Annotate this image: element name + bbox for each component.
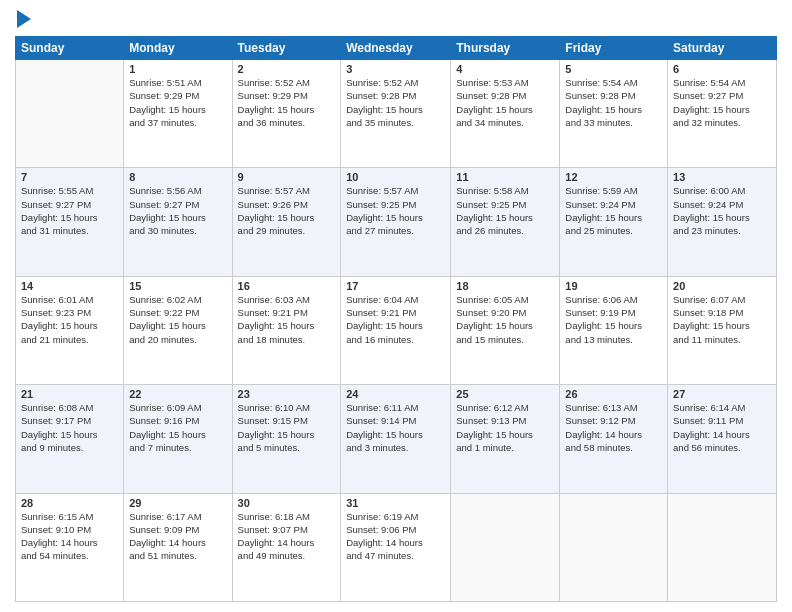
day-info: Sunrise: 6:06 AMSunset: 9:19 PMDaylight:… xyxy=(565,293,662,346)
daylight-text: Daylight: 15 hours and 23 minutes. xyxy=(673,211,771,238)
daylight-text: Daylight: 14 hours and 51 minutes. xyxy=(129,536,226,563)
sunrise-text: Sunrise: 6:11 AM xyxy=(346,401,445,414)
daylight-text: Daylight: 15 hours and 31 minutes. xyxy=(21,211,118,238)
col-header-wednesday: Wednesday xyxy=(341,37,451,60)
logo xyxy=(15,10,31,28)
day-number: 4 xyxy=(456,63,554,75)
col-header-tuesday: Tuesday xyxy=(232,37,341,60)
day-number: 24 xyxy=(346,388,445,400)
day-info: Sunrise: 5:54 AMSunset: 9:27 PMDaylight:… xyxy=(673,76,771,129)
day-number: 26 xyxy=(565,388,662,400)
sunrise-text: Sunrise: 6:07 AM xyxy=(673,293,771,306)
sunrise-text: Sunrise: 6:14 AM xyxy=(673,401,771,414)
logo-arrow-icon xyxy=(17,10,31,28)
sunset-text: Sunset: 9:10 PM xyxy=(21,523,118,536)
sunset-text: Sunset: 9:29 PM xyxy=(238,89,336,102)
calendar-cell: 10Sunrise: 5:57 AMSunset: 9:25 PMDayligh… xyxy=(341,168,451,276)
day-info: Sunrise: 6:03 AMSunset: 9:21 PMDaylight:… xyxy=(238,293,336,346)
sunrise-text: Sunrise: 6:05 AM xyxy=(456,293,554,306)
sunrise-text: Sunrise: 6:10 AM xyxy=(238,401,336,414)
sunset-text: Sunset: 9:13 PM xyxy=(456,414,554,427)
calendar-week-row: 1Sunrise: 5:51 AMSunset: 9:29 PMDaylight… xyxy=(16,60,777,168)
calendar-cell: 30Sunrise: 6:18 AMSunset: 9:07 PMDayligh… xyxy=(232,493,341,601)
daylight-text: Daylight: 15 hours and 11 minutes. xyxy=(673,319,771,346)
sunset-text: Sunset: 9:26 PM xyxy=(238,198,336,211)
daylight-text: Daylight: 15 hours and 30 minutes. xyxy=(129,211,226,238)
sunrise-text: Sunrise: 5:52 AM xyxy=(346,76,445,89)
calendar-week-row: 14Sunrise: 6:01 AMSunset: 9:23 PMDayligh… xyxy=(16,276,777,384)
daylight-text: Daylight: 15 hours and 27 minutes. xyxy=(346,211,445,238)
calendar-week-row: 7Sunrise: 5:55 AMSunset: 9:27 PMDaylight… xyxy=(16,168,777,276)
calendar-cell: 29Sunrise: 6:17 AMSunset: 9:09 PMDayligh… xyxy=(124,493,232,601)
sunrise-text: Sunrise: 6:02 AM xyxy=(129,293,226,306)
calendar-header-row: SundayMondayTuesdayWednesdayThursdayFrid… xyxy=(16,37,777,60)
sunset-text: Sunset: 9:17 PM xyxy=(21,414,118,427)
sunrise-text: Sunrise: 5:51 AM xyxy=(129,76,226,89)
daylight-text: Daylight: 15 hours and 7 minutes. xyxy=(129,428,226,455)
day-number: 8 xyxy=(129,171,226,183)
calendar-cell: 17Sunrise: 6:04 AMSunset: 9:21 PMDayligh… xyxy=(341,276,451,384)
calendar-cell: 21Sunrise: 6:08 AMSunset: 9:17 PMDayligh… xyxy=(16,385,124,493)
day-number: 29 xyxy=(129,497,226,509)
sunset-text: Sunset: 9:27 PM xyxy=(129,198,226,211)
logo-top xyxy=(15,10,31,28)
sunset-text: Sunset: 9:24 PM xyxy=(673,198,771,211)
daylight-text: Daylight: 15 hours and 35 minutes. xyxy=(346,103,445,130)
page-container: SundayMondayTuesdayWednesdayThursdayFrid… xyxy=(0,0,792,612)
day-info: Sunrise: 6:02 AMSunset: 9:22 PMDaylight:… xyxy=(129,293,226,346)
day-info: Sunrise: 6:07 AMSunset: 9:18 PMDaylight:… xyxy=(673,293,771,346)
day-number: 25 xyxy=(456,388,554,400)
day-number: 31 xyxy=(346,497,445,509)
calendar-cell: 4Sunrise: 5:53 AMSunset: 9:28 PMDaylight… xyxy=(451,60,560,168)
sunset-text: Sunset: 9:07 PM xyxy=(238,523,336,536)
day-info: Sunrise: 6:00 AMSunset: 9:24 PMDaylight:… xyxy=(673,184,771,237)
day-info: Sunrise: 5:57 AMSunset: 9:26 PMDaylight:… xyxy=(238,184,336,237)
sunrise-text: Sunrise: 5:59 AM xyxy=(565,184,662,197)
calendar-cell: 6Sunrise: 5:54 AMSunset: 9:27 PMDaylight… xyxy=(668,60,777,168)
day-info: Sunrise: 5:58 AMSunset: 9:25 PMDaylight:… xyxy=(456,184,554,237)
day-info: Sunrise: 5:59 AMSunset: 9:24 PMDaylight:… xyxy=(565,184,662,237)
sunrise-text: Sunrise: 5:54 AM xyxy=(673,76,771,89)
daylight-text: Daylight: 15 hours and 32 minutes. xyxy=(673,103,771,130)
calendar-cell: 26Sunrise: 6:13 AMSunset: 9:12 PMDayligh… xyxy=(560,385,668,493)
day-info: Sunrise: 6:15 AMSunset: 9:10 PMDaylight:… xyxy=(21,510,118,563)
daylight-text: Daylight: 15 hours and 5 minutes. xyxy=(238,428,336,455)
sunset-text: Sunset: 9:24 PM xyxy=(565,198,662,211)
sunrise-text: Sunrise: 6:12 AM xyxy=(456,401,554,414)
sunset-text: Sunset: 9:18 PM xyxy=(673,306,771,319)
day-info: Sunrise: 5:55 AMSunset: 9:27 PMDaylight:… xyxy=(21,184,118,237)
daylight-text: Daylight: 15 hours and 9 minutes. xyxy=(21,428,118,455)
day-info: Sunrise: 5:51 AMSunset: 9:29 PMDaylight:… xyxy=(129,76,226,129)
day-number: 23 xyxy=(238,388,336,400)
day-info: Sunrise: 5:57 AMSunset: 9:25 PMDaylight:… xyxy=(346,184,445,237)
sunset-text: Sunset: 9:28 PM xyxy=(346,89,445,102)
day-number: 17 xyxy=(346,280,445,292)
sunrise-text: Sunrise: 5:58 AM xyxy=(456,184,554,197)
calendar-week-row: 21Sunrise: 6:08 AMSunset: 9:17 PMDayligh… xyxy=(16,385,777,493)
daylight-text: Daylight: 15 hours and 26 minutes. xyxy=(456,211,554,238)
day-number: 10 xyxy=(346,171,445,183)
calendar-cell: 5Sunrise: 5:54 AMSunset: 9:28 PMDaylight… xyxy=(560,60,668,168)
sunrise-text: Sunrise: 6:08 AM xyxy=(21,401,118,414)
day-number: 5 xyxy=(565,63,662,75)
col-header-thursday: Thursday xyxy=(451,37,560,60)
calendar-cell: 3Sunrise: 5:52 AMSunset: 9:28 PMDaylight… xyxy=(341,60,451,168)
day-number: 9 xyxy=(238,171,336,183)
calendar-cell: 16Sunrise: 6:03 AMSunset: 9:21 PMDayligh… xyxy=(232,276,341,384)
calendar-week-row: 28Sunrise: 6:15 AMSunset: 9:10 PMDayligh… xyxy=(16,493,777,601)
sunrise-text: Sunrise: 6:13 AM xyxy=(565,401,662,414)
daylight-text: Daylight: 14 hours and 54 minutes. xyxy=(21,536,118,563)
sunrise-text: Sunrise: 6:15 AM xyxy=(21,510,118,523)
sunrise-text: Sunrise: 5:54 AM xyxy=(565,76,662,89)
day-number: 28 xyxy=(21,497,118,509)
day-number: 11 xyxy=(456,171,554,183)
calendar-cell: 14Sunrise: 6:01 AMSunset: 9:23 PMDayligh… xyxy=(16,276,124,384)
calendar-cell: 12Sunrise: 5:59 AMSunset: 9:24 PMDayligh… xyxy=(560,168,668,276)
calendar-cell: 22Sunrise: 6:09 AMSunset: 9:16 PMDayligh… xyxy=(124,385,232,493)
day-info: Sunrise: 6:14 AMSunset: 9:11 PMDaylight:… xyxy=(673,401,771,454)
sunrise-text: Sunrise: 6:01 AM xyxy=(21,293,118,306)
sunset-text: Sunset: 9:27 PM xyxy=(21,198,118,211)
sunrise-text: Sunrise: 6:18 AM xyxy=(238,510,336,523)
daylight-text: Daylight: 14 hours and 47 minutes. xyxy=(346,536,445,563)
day-number: 7 xyxy=(21,171,118,183)
